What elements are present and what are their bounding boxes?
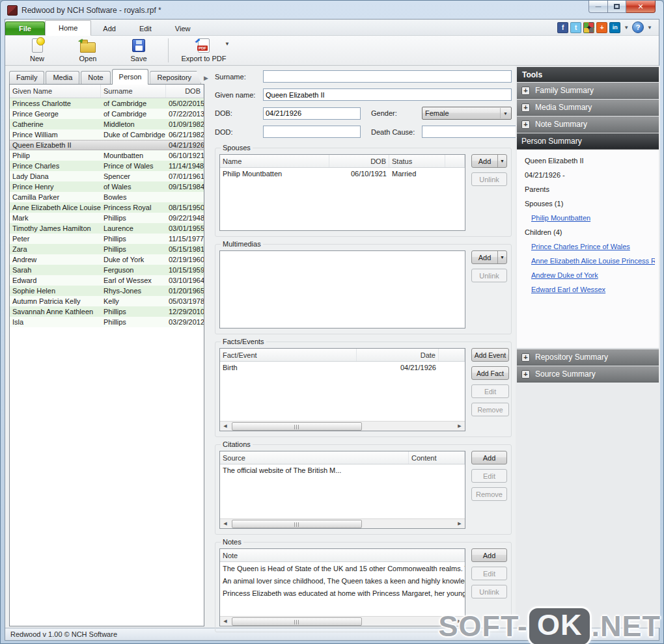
- tab-family[interactable]: Family: [9, 71, 44, 84]
- dob-input[interactable]: [263, 107, 361, 120]
- tab-media[interactable]: Media: [46, 71, 79, 84]
- table-row[interactable]: Prince Henry of Wales 09/15/1984: [10, 181, 204, 192]
- given-name-input[interactable]: [263, 88, 512, 101]
- table-row[interactable]: Isla Phillips 03/29/2012: [10, 317, 204, 327]
- citations-add-button[interactable]: Add: [471, 451, 507, 464]
- minimize-button[interactable]: —: [588, 1, 608, 13]
- scroll-thumb[interactable]: [232, 520, 362, 528]
- tab-home[interactable]: Home: [45, 20, 91, 36]
- table-row[interactable]: Edward Earl of Wessex 03/10/1964: [10, 275, 204, 286]
- multimedias-add-button[interactable]: Add ▼: [471, 250, 507, 264]
- table-row[interactable]: Prince William Duke of Cambridge 06/21/1…: [10, 129, 204, 140]
- twitter-icon[interactable]: t: [570, 22, 581, 33]
- export-dropdown-chevron-icon[interactable]: ▼: [225, 41, 230, 47]
- person-summary-item[interactable]: Philip Mountbatten: [521, 212, 655, 226]
- new-button[interactable]: New: [12, 36, 62, 65]
- table-row[interactable]: Princess Charlotte of Cambridge 05/02/20…: [10, 98, 204, 109]
- death-cause-input[interactable]: [422, 126, 519, 138]
- person-summary-item[interactable]: Edward Earl of Wessex: [521, 284, 655, 298]
- table-row[interactable]: Philip Mountbatten 06/10/1921: [10, 150, 204, 161]
- notes-add-button[interactable]: Add: [471, 548, 507, 562]
- spouses-unlink-button[interactable]: Unlink: [471, 172, 507, 186]
- table-row[interactable]: Mark Phillips 09/22/1948: [10, 213, 204, 223]
- linkedin-icon[interactable]: in: [609, 22, 620, 33]
- table-row[interactable]: Camilla Parker Bowles: [10, 192, 204, 202]
- section-note-summary[interactable]: + Note Summary: [517, 116, 659, 133]
- table-row[interactable]: Autumn Patricia Kelly Kelly 05/03/1978: [10, 296, 204, 306]
- scroll-right-icon[interactable]: ▶: [454, 423, 465, 429]
- tab-view[interactable]: View: [163, 22, 202, 35]
- table-row[interactable]: Catherine Middleton 01/09/1982: [10, 119, 204, 129]
- note-row[interactable]: An animal lover since childhood, The Que…: [220, 574, 465, 587]
- person-summary-item[interactable]: Andrew Duke of York: [521, 269, 655, 284]
- column-status[interactable]: Status: [389, 155, 445, 167]
- table-row[interactable]: Sarah Ferguson 10/15/1959: [10, 265, 204, 275]
- save-button[interactable]: Save: [113, 36, 164, 65]
- close-button[interactable]: ✕: [626, 1, 656, 13]
- photo-share-icon[interactable]: ✦: [583, 22, 594, 33]
- gender-select[interactable]: Female ▼: [422, 107, 512, 120]
- column-dob[interactable]: DOB: [329, 155, 389, 167]
- surname-input[interactable]: [263, 70, 512, 83]
- facts-edit-button[interactable]: Edit: [471, 384, 509, 398]
- column-note[interactable]: Note: [220, 549, 465, 561]
- export-to-pdf-button[interactable]: ➥ PDF Export to PDF ▼: [173, 36, 235, 65]
- add-fact-button[interactable]: Add Fact: [471, 366, 509, 380]
- column-fact-event[interactable]: Fact/Event: [220, 349, 357, 361]
- table-row[interactable]: Lady Diana Spencer 07/01/1961: [10, 171, 204, 181]
- tab-note[interactable]: Note: [81, 71, 110, 84]
- maximize-button[interactable]: [608, 1, 626, 13]
- table-row[interactable]: Sophie Helen Rhys-Jones 01/20/1965: [10, 286, 204, 296]
- multimedias-unlink-button[interactable]: Unlink: [471, 269, 507, 282]
- note-row[interactable]: The Queen is Head of State of the UK and…: [220, 562, 465, 574]
- multimedias-list[interactable]: [219, 250, 465, 329]
- add-event-button[interactable]: Add Event: [471, 348, 509, 362]
- citation-row[interactable]: The official website of The British M...: [220, 464, 465, 476]
- table-row[interactable]: Peter Phillips 11/15/1977: [10, 234, 204, 244]
- section-media-summary[interactable]: + Media Summary: [517, 100, 659, 116]
- section-repository-summary[interactable]: + Repository Summary: [517, 349, 659, 366]
- facts-horizontal-scrollbar[interactable]: ◀ ▶: [220, 421, 465, 431]
- column-surname[interactable]: Surname: [101, 85, 166, 98]
- scroll-thumb[interactable]: [232, 422, 362, 431]
- help-button[interactable]: ?: [632, 21, 644, 33]
- scroll-right-icon[interactable]: ▶: [454, 521, 465, 526]
- notes-horizontal-scrollbar[interactable]: ◀ ▶: [220, 616, 465, 626]
- facebook-icon[interactable]: f: [557, 22, 568, 33]
- column-dob[interactable]: DOB: [166, 85, 204, 98]
- notes-edit-button[interactable]: Edit: [471, 567, 507, 580]
- scroll-thumb[interactable]: [232, 617, 362, 626]
- table-row[interactable]: Andrew Duke of York 02/19/1960: [10, 254, 204, 265]
- person-summary-item[interactable]: Prince Charles Prince of Wales: [521, 241, 655, 255]
- citations-edit-button[interactable]: Edit: [471, 469, 507, 483]
- citations-horizontal-scrollbar[interactable]: ◀ ▶: [220, 518, 465, 528]
- add-dropdown-chevron-icon[interactable]: ▼: [497, 251, 506, 263]
- tab-file[interactable]: File: [5, 21, 45, 35]
- section-source-summary[interactable]: + Source Summary: [517, 366, 659, 382]
- scroll-left-icon[interactable]: ◀: [220, 619, 230, 624]
- table-row[interactable]: Zara Phillips 05/15/1981: [10, 244, 204, 254]
- tab-repository[interactable]: Repository: [150, 71, 201, 84]
- table-row[interactable]: Timothy James Hamilton Laurence 03/01/19…: [10, 223, 204, 234]
- open-button[interactable]: Open: [62, 36, 113, 65]
- note-row[interactable]: Princess Elizabeth was educated at home …: [220, 587, 465, 599]
- help-chevron-icon[interactable]: ▼: [646, 25, 654, 31]
- facts-remove-button[interactable]: Remove: [471, 403, 509, 416]
- tab-edit[interactable]: Edit: [128, 22, 163, 35]
- table-row[interactable]: Prince George of Cambridge 07/22/2013: [10, 109, 204, 119]
- spouse-row[interactable]: Philip Mountbatten 06/10/1921 Married: [220, 168, 465, 180]
- table-row[interactable]: Queen Elizabeth II 04/21/1926: [10, 140, 204, 150]
- column-content[interactable]: Content: [409, 451, 465, 464]
- notes-unlink-button[interactable]: Unlink: [471, 585, 507, 598]
- column-source[interactable]: Source: [220, 451, 409, 464]
- table-row[interactable]: Anne Elizabeth Alice Louise Princess Roy…: [10, 202, 204, 213]
- fact-row[interactable]: Birth 04/21/1926: [220, 362, 465, 373]
- share-icon[interactable]: +: [596, 22, 607, 33]
- add-dropdown-chevron-icon[interactable]: ▼: [497, 155, 506, 167]
- tab-scroll-right-icon[interactable]: ▶: [202, 75, 208, 84]
- scroll-left-icon[interactable]: ◀: [220, 521, 230, 526]
- spouses-add-button[interactable]: Add ▼: [471, 154, 507, 168]
- citations-remove-button[interactable]: Remove: [471, 487, 507, 501]
- table-row[interactable]: Prince Charles Prince of Wales 11/14/194…: [10, 161, 204, 171]
- dod-input[interactable]: [263, 126, 361, 138]
